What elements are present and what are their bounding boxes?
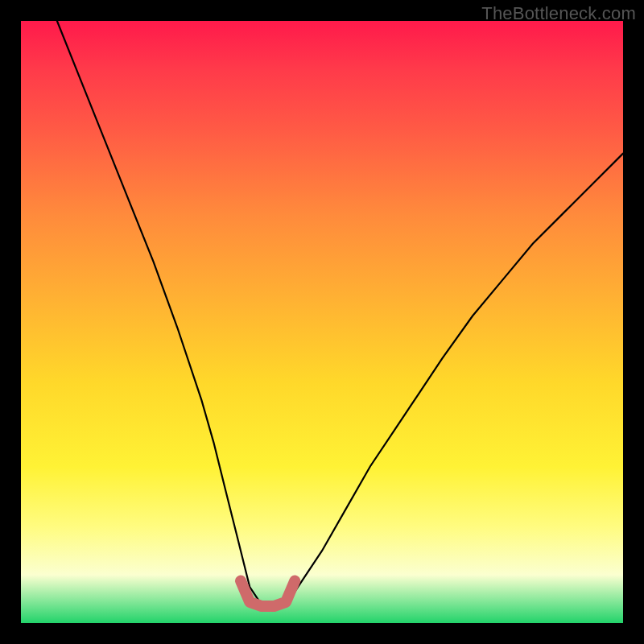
chart-frame: TheBottleneck.com xyxy=(0,0,644,644)
chart-svg xyxy=(21,21,623,623)
watermark-text: TheBottleneck.com xyxy=(481,3,636,24)
plot-area xyxy=(21,21,623,623)
bottleneck-curve xyxy=(57,21,623,605)
